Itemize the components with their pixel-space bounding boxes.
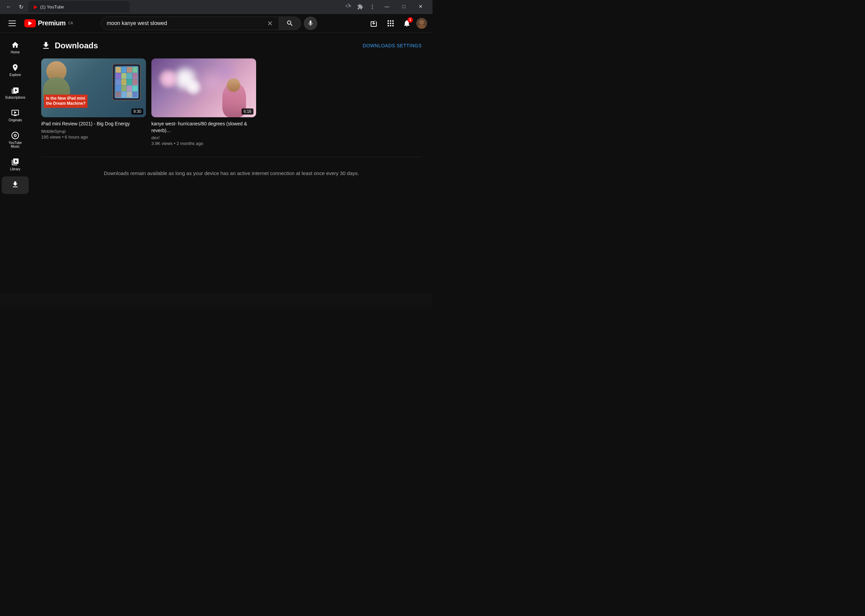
svg-point-2 xyxy=(372,6,373,8)
search-input[interactable] xyxy=(107,20,264,26)
search-container xyxy=(101,17,317,30)
music-icon xyxy=(11,132,19,140)
browser-nav-buttons: ← ↻ xyxy=(4,2,26,11)
downloads-content: Downloads DOWNLOADS SETTINGS xyxy=(30,33,432,293)
video-thumbnail-1: Is the New iPad minithe Dream Machine? 9… xyxy=(41,58,146,117)
video-channel-2: dex! 3.9K views • 2 months ago xyxy=(151,135,256,146)
sidebar-item-youtube-music[interactable]: YouTube Music xyxy=(2,127,29,152)
puzzle-icon xyxy=(357,4,363,10)
light-blob-2 xyxy=(158,69,178,89)
purple-glow xyxy=(212,62,239,82)
apps-button[interactable] xyxy=(384,17,397,30)
notification-badge: 1 xyxy=(408,17,413,23)
youtube-logo-icon xyxy=(24,19,36,27)
downloads-settings-link[interactable]: DOWNLOADS SETTINGS xyxy=(363,43,422,48)
more-vert-icon xyxy=(369,4,375,10)
sidebar-explore-label: Explore xyxy=(9,73,21,77)
tab-favicon: ▶ xyxy=(34,4,38,9)
browser-titlebar: ← ↻ ▶ (1) YouTube — □ ✕ xyxy=(0,0,432,14)
back-button[interactable]: ← xyxy=(4,2,14,11)
video-grid: Is the New iPad minithe Dream Machine? 9… xyxy=(41,58,422,146)
downloads-info-text: Downloads remain available as long as yo… xyxy=(41,165,422,181)
video-title-2: kanye west- hurricanes/80 degrees (slowe… xyxy=(151,121,256,134)
browser-tab[interactable]: ▶ (1) YouTube xyxy=(28,1,130,13)
puzzle-extension-button[interactable] xyxy=(355,2,366,12)
minimize-button[interactable]: — xyxy=(379,2,395,11)
svg-rect-5 xyxy=(8,23,16,24)
downloads-header: Downloads DOWNLOADS SETTINGS xyxy=(41,41,422,50)
youtube-logo[interactable]: Premium CA xyxy=(24,19,73,27)
video-card-2[interactable]: 6:16 kanye west- hurricanes/80 degrees (… xyxy=(151,58,256,146)
youtube-logo-text: Premium xyxy=(38,19,66,27)
sidebar-library-label: Library xyxy=(10,167,20,171)
sidebar-music-label: YouTube Music xyxy=(5,141,26,148)
sidebar-home-label: Home xyxy=(11,50,20,54)
sidebar-subscriptions-label: Subscriptions xyxy=(5,96,25,99)
notifications-button[interactable]: 1 xyxy=(400,17,414,30)
country-badge: CA xyxy=(68,21,73,25)
create-video-button[interactable] xyxy=(367,17,381,30)
voice-search-button[interactable] xyxy=(304,17,317,30)
library-icon xyxy=(11,158,19,166)
search-button[interactable] xyxy=(279,17,301,30)
search-icon xyxy=(286,20,294,27)
video-views-1: 195 views • 6 hours ago xyxy=(41,135,146,140)
svg-point-1 xyxy=(372,5,373,5)
svg-rect-12 xyxy=(392,23,394,24)
sidebar-item-originals[interactable]: Originals xyxy=(2,105,29,126)
sidebar: Home Explore Subscriptions Originals xyxy=(0,33,30,293)
browser-controls: — □ ✕ xyxy=(342,2,429,12)
svg-rect-8 xyxy=(390,20,391,22)
subscriptions-icon xyxy=(11,86,19,94)
maximize-button[interactable]: □ xyxy=(396,2,411,11)
youtube-header: Premium CA xyxy=(0,14,432,33)
main-content: Home Explore Subscriptions Originals xyxy=(0,33,432,293)
avatar-image xyxy=(416,18,427,29)
youtube-app: Premium CA xyxy=(0,14,432,293)
microphone-icon xyxy=(307,20,314,27)
svg-point-17 xyxy=(419,20,424,25)
downloads-heading-icon xyxy=(41,41,51,50)
user-avatar[interactable] xyxy=(416,18,427,29)
reload-button[interactable]: ↻ xyxy=(16,2,26,11)
svg-point-3 xyxy=(372,8,373,9)
header-actions: 1 xyxy=(367,17,427,30)
svg-rect-7 xyxy=(388,20,389,22)
video-duration-2: 6:16 xyxy=(242,108,253,115)
video-info-2: kanye west- hurricanes/80 degrees (slowe… xyxy=(151,121,256,146)
video-views-2: 3.9K views • 2 months ago xyxy=(151,141,256,146)
originals-icon xyxy=(11,109,19,117)
video-title-1: iPad mini Review (2021) - Big Dog Energy xyxy=(41,121,146,127)
create-icon xyxy=(370,19,378,27)
svg-point-21 xyxy=(14,135,16,136)
downloads-page-title: Downloads xyxy=(55,41,98,50)
close-button[interactable]: ✕ xyxy=(413,2,429,11)
video-overlay-text: Is the New iPad minithe Dream Machine? xyxy=(44,94,143,108)
sidebar-originals-label: Originals xyxy=(8,118,22,122)
incognito-icon-button[interactable] xyxy=(342,2,353,12)
blob-container xyxy=(151,58,256,117)
sidebar-item-downloads[interactable] xyxy=(2,176,29,194)
incognito-icon xyxy=(345,4,351,10)
svg-rect-11 xyxy=(390,23,391,24)
channel-name-2: dex! xyxy=(151,135,256,140)
play-triangle xyxy=(28,21,32,25)
video-card-1[interactable]: Is the New iPad minithe Dream Machine? 9… xyxy=(41,58,146,146)
video-thumbnail-2: 6:16 xyxy=(151,58,256,117)
sidebar-item-library[interactable]: Library xyxy=(2,154,29,175)
svg-rect-6 xyxy=(8,25,16,26)
download-icon xyxy=(11,181,19,189)
channel-name-1: MobileSyrup xyxy=(41,129,146,134)
tab-title: (1) YouTube xyxy=(40,5,64,9)
explore-icon xyxy=(11,63,19,72)
section-divider xyxy=(41,157,422,157)
grid-icon xyxy=(386,19,395,27)
search-clear-button[interactable] xyxy=(267,20,273,27)
svg-rect-14 xyxy=(390,25,391,26)
sidebar-item-home[interactable]: Home xyxy=(2,37,29,58)
hamburger-menu-button[interactable] xyxy=(5,17,19,30)
more-options-button[interactable] xyxy=(367,2,378,12)
sidebar-item-subscriptions[interactable]: Subscriptions xyxy=(2,82,29,104)
browser-chrome: ← ↻ ▶ (1) YouTube — □ ✕ xyxy=(0,0,432,14)
sidebar-item-explore[interactable]: Explore xyxy=(2,60,29,81)
